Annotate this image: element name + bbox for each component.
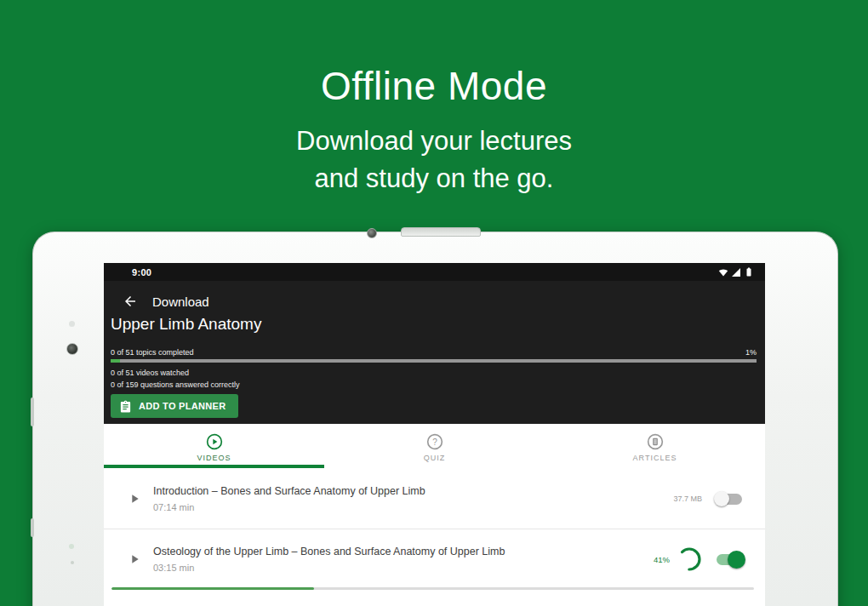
top-camera-dot <box>367 228 377 238</box>
videos-watched-label: 0 of 51 videos watched <box>111 369 189 377</box>
tab-label: VIDEOS <box>197 454 231 462</box>
video-actions: 41% <box>675 529 765 589</box>
tab-label: ARTICLES <box>633 454 677 462</box>
light-sensor-dot <box>69 321 75 327</box>
planner-clipboard-icon <box>119 400 132 413</box>
toggle-thumb <box>714 491 729 506</box>
add-to-planner-button[interactable]: ADD TO PLANNER <box>111 394 238 418</box>
list-item-video-1[interactable]: Introduction – Bones and Surface Anatomy… <box>104 468 765 529</box>
video-list: Introduction – Bones and Surface Anatomy… <box>104 468 765 592</box>
add-to-planner-label: ADD TO PLANNER <box>139 401 226 411</box>
front-camera <box>66 343 78 355</box>
file-size: 37.7 MB <box>673 495 702 503</box>
power-button <box>401 227 481 237</box>
tab-label: QUIZ <box>424 454 446 462</box>
hero-subtitle-line2: and study on the go. <box>0 160 868 197</box>
topics-progress-percent: 1% <box>745 348 757 357</box>
play-button[interactable] <box>128 552 141 566</box>
battery-icon <box>744 266 754 277</box>
questions-answered-label: 0 of 159 questions answered correctly <box>111 380 240 389</box>
video-duration: 07:14 min <box>153 502 425 512</box>
screen-title: Download <box>152 294 209 309</box>
toolbar: Download <box>104 291 209 312</box>
volume-button <box>31 397 34 426</box>
back-button[interactable] <box>123 294 138 309</box>
video-duration: 03:15 min <box>153 563 505 573</box>
download-percent-arc: 41% <box>675 545 704 574</box>
question-circle-icon: ? <box>426 433 443 450</box>
hero-subtitle-line1: Download your lectures <box>0 123 868 160</box>
topics-progress-bar <box>111 359 757 363</box>
toggle-thumb <box>728 551 745 569</box>
play-button[interactable] <box>128 492 141 506</box>
hero-title: Offline Mode <box>0 0 868 109</box>
video-title: Introduction – Bones and Surface Anatomy… <box>153 485 425 497</box>
progress-arc-icon <box>675 545 704 574</box>
download-header: 9:00 Download Upper Limb Anatomy 0 of 51… <box>104 263 765 424</box>
notification-led <box>69 544 74 549</box>
video-title: Osteology of the Upper Limb – Bones and … <box>153 546 505 557</box>
promo-canvas: { "hero": { "title": "Offline Mode", "su… <box>0 0 868 606</box>
hero-banner: Offline Mode Download your lectures and … <box>0 0 868 197</box>
wifi-icon <box>718 267 728 277</box>
status-time: 9:00 <box>132 267 151 277</box>
download-toggle[interactable] <box>714 550 745 569</box>
tab-videos[interactable]: VIDEOS <box>104 424 324 468</box>
play-circle-icon <box>206 433 223 450</box>
topics-progress-fill <box>111 359 120 363</box>
status-icons <box>718 266 754 277</box>
svg-text:?: ? <box>432 437 437 446</box>
video-actions: 37.7 MB <box>673 468 765 529</box>
download-percent-label: 41% <box>654 555 670 564</box>
topics-progress-label: 0 of 51 topics completed <box>111 348 194 357</box>
microphone-dot <box>71 561 74 564</box>
app-screen: 9:00 Download Upper Limb Anatomy 0 of 51… <box>104 263 765 606</box>
topics-progress-row: 0 of 51 topics completed 1% <box>111 348 757 357</box>
cellular-signal-icon <box>731 267 741 277</box>
article-circle-icon <box>647 433 664 450</box>
download-progress-bar <box>111 587 754 590</box>
tab-articles[interactable]: ARTICLES <box>545 424 765 468</box>
download-progress-fill <box>111 587 314 590</box>
list-item-video-2[interactable]: Osteology of the Upper Limb – Bones and … <box>104 529 765 589</box>
course-title: Upper Limb Anatomy <box>111 315 261 334</box>
status-bar: 9:00 <box>104 263 765 281</box>
video-info: Introduction – Bones and Surface Anatomy… <box>153 485 425 512</box>
hero-subtitle: Download your lectures and study on the … <box>0 123 868 197</box>
download-toggle[interactable] <box>714 489 745 508</box>
video-info: Osteology of the Upper Limb – Bones and … <box>153 546 505 573</box>
tab-bar: VIDEOS ? QUIZ ARTICLES <box>104 424 765 468</box>
tablet-device: 9:00 Download Upper Limb Anatomy 0 of 51… <box>32 232 838 606</box>
side-button <box>31 518 34 537</box>
tab-quiz[interactable]: ? QUIZ <box>324 424 545 468</box>
